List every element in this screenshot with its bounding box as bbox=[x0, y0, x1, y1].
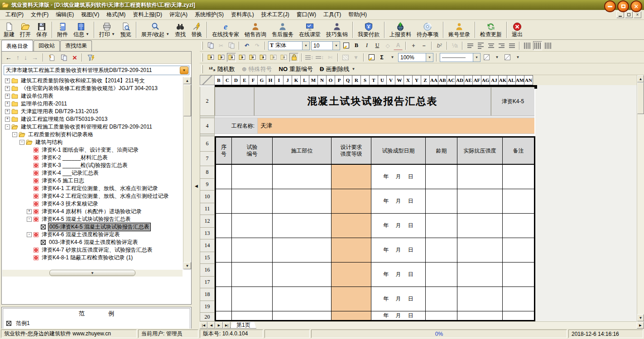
fraction-icon[interactable]: ⅟a bbox=[450, 41, 459, 50]
tree-item[interactable]: -建筑工程施工质量验收资料管理规程 DB/T29-209-2011 bbox=[2, 123, 184, 131]
align-justify-icon[interactable] bbox=[466, 41, 475, 50]
tree-item[interactable]: 津资K-5 施工日志 bbox=[2, 177, 184, 185]
mdi-close-button[interactable]: × bbox=[634, 11, 641, 18]
tree-item[interactable]: -津资K4-5 混凝土试块试验报告汇总表 bbox=[2, 215, 184, 223]
column-header-L[interactable]: L bbox=[301, 75, 309, 85]
table-header-cell[interactable]: 试验 编号 bbox=[232, 138, 273, 164]
title-left-cell[interactable] bbox=[215, 87, 254, 116]
line-spacing-decrease-icon[interactable]: ↕ bbox=[315, 53, 324, 62]
column-header-AD[interactable]: AD bbox=[456, 75, 464, 85]
toolbar-button-person-support[interactable]: 售后服务 bbox=[269, 21, 296, 39]
tree-item[interactable]: 津资K-1 图纸会审、设计变更、洽商记录 bbox=[2, 146, 184, 154]
line-style-dropdown-icon[interactable]: ▼ bbox=[473, 53, 480, 62]
font-name-select[interactable]: T 宋体 ▼ bbox=[268, 41, 310, 50]
column-header-M[interactable]: M bbox=[309, 75, 318, 85]
toolbar-button-binoculars[interactable]: 查找 bbox=[172, 21, 188, 39]
toolbar-button-exit-red-x[interactable]: 退出 bbox=[509, 21, 525, 39]
insert-image-icon[interactable] bbox=[341, 53, 350, 62]
table-data-cell[interactable] bbox=[457, 263, 503, 286]
sum-dropdown-icon[interactable]: ▼ bbox=[388, 53, 397, 62]
menu-item-11[interactable]: 窗口(W) bbox=[293, 10, 320, 20]
tree-item[interactable]: -津资K4-6 混凝土强度检验评定表 bbox=[2, 231, 184, 239]
expand-icon[interactable]: + bbox=[5, 78, 10, 83]
collapse-icon[interactable]: - bbox=[27, 217, 32, 222]
tree-item[interactable]: +监理单位用表-2011 bbox=[2, 100, 184, 108]
column-header-F[interactable]: F bbox=[249, 75, 258, 85]
toolbar-button-print-preview[interactable]: 预览 bbox=[118, 21, 134, 39]
row-header-8[interactable]: 8 bbox=[200, 166, 215, 179]
toolbar-button-printer[interactable]: 打印▼ bbox=[96, 21, 118, 39]
underline-icon[interactable]: U bbox=[373, 41, 382, 50]
table-data-cell[interactable] bbox=[232, 214, 273, 238]
merge-cell-icon[interactable] bbox=[248, 53, 257, 62]
table-data-cell[interactable] bbox=[273, 238, 332, 262]
tree-item[interactable]: 津资K-4 ___记录汇总表 bbox=[2, 169, 184, 177]
table-data-cell[interactable] bbox=[457, 214, 503, 238]
column-header-U[interactable]: U bbox=[378, 75, 387, 85]
scroll-up-icon[interactable]: ▲ bbox=[183, 77, 191, 84]
project-name-label[interactable]: 工程名称: bbox=[215, 118, 258, 134]
table-data-cell[interactable] bbox=[332, 287, 371, 311]
column-header-S[interactable]: S bbox=[361, 75, 370, 85]
column-header-AB[interactable]: AB bbox=[438, 75, 447, 85]
tab-回收站[interactable]: 回收站 bbox=[34, 40, 60, 52]
form-code-cell[interactable]: 津资K4-5 bbox=[491, 87, 534, 116]
table-data-cell[interactable] bbox=[503, 311, 534, 320]
italic-icon[interactable]: I bbox=[362, 41, 371, 50]
row-header-13[interactable]: 13 bbox=[200, 228, 215, 239]
nav-up-icon[interactable]: ↑ bbox=[16, 54, 19, 61]
zoom-dropdown-icon[interactable]: ▼ bbox=[426, 53, 433, 62]
table-header-cell[interactable]: 备注 bbox=[503, 138, 534, 164]
table-data-cell[interactable] bbox=[426, 287, 457, 311]
filter-icon[interactable] bbox=[87, 54, 95, 62]
copy-icon[interactable] bbox=[206, 41, 215, 50]
table-data-cell[interactable] bbox=[426, 311, 457, 320]
tree-item[interactable]: +津资K4-4 原材料（构配件）进场验收记录 bbox=[2, 208, 184, 215]
expand-icon[interactable]: + bbox=[5, 117, 10, 122]
panel-splitter[interactable]: ◀ bbox=[194, 40, 200, 329]
menu-item-6[interactable]: 资料上报(D) bbox=[129, 10, 166, 20]
dropdown-arrow-icon[interactable]: ▼ bbox=[351, 67, 355, 71]
toolbar-button-open-folder[interactable]: 打开 bbox=[17, 21, 34, 39]
menu-item-7[interactable]: 评定(A) bbox=[166, 10, 191, 20]
column-header-E[interactable]: E bbox=[240, 75, 249, 85]
column-header-K[interactable]: K bbox=[292, 75, 301, 85]
superscript-icon[interactable]: b² bbox=[435, 41, 444, 50]
table-data-cell[interactable] bbox=[332, 165, 371, 189]
row-header-14[interactable]: 14 bbox=[200, 239, 215, 252]
dropdown-arrow-icon[interactable]: ▼ bbox=[111, 31, 115, 38]
date-placeholder-cell[interactable]: 年 月 日 bbox=[371, 311, 426, 320]
table-data-cell[interactable] bbox=[503, 287, 534, 311]
dropdown-arrow-icon[interactable]: ▼ bbox=[166, 31, 169, 38]
table-header-cell[interactable]: 施工部位 bbox=[273, 138, 332, 164]
row-header-2[interactable]: 2 bbox=[200, 87, 215, 116]
minimize-button[interactable] bbox=[604, 0, 616, 12]
table-data-cell[interactable] bbox=[232, 165, 273, 189]
fill-pattern-dropdown-icon[interactable]: ▼ bbox=[513, 53, 522, 62]
undo-icon[interactable]: ↶ bbox=[242, 41, 251, 50]
row-header-12[interactable]: 12 bbox=[200, 215, 215, 228]
copy-form-icon[interactable] bbox=[60, 54, 68, 62]
column-header-AE[interactable]: AE bbox=[464, 75, 473, 85]
tree-item[interactable]: +建筑工程质量阶段验收和竣工验收【2014】211号文 bbox=[2, 77, 184, 85]
column-header-AF[interactable]: AF bbox=[473, 75, 481, 85]
menu-item-2[interactable]: 文件(F) bbox=[27, 10, 52, 20]
expand-icon[interactable]: + bbox=[5, 101, 10, 106]
column-header-O[interactable]: O bbox=[327, 75, 335, 85]
table-data-cell[interactable] bbox=[273, 263, 332, 286]
font-size-dropdown-icon[interactable]: ▼ bbox=[332, 42, 340, 50]
column-header-T[interactable]: T bbox=[370, 75, 378, 85]
column-header-B[interactable]: B bbox=[215, 75, 223, 85]
column-header-Q[interactable]: Q bbox=[344, 75, 352, 85]
toolbar-button-upload-globe[interactable]: 上报资料 bbox=[387, 21, 414, 39]
format-button-随机数[interactable]: ¹²₃随机数 bbox=[206, 65, 238, 73]
toolbar-button-magnifier[interactable]: 展开/收起▼ bbox=[139, 21, 172, 39]
row-header-19[interactable]: 19 bbox=[200, 301, 215, 313]
table-header-cell[interactable]: 试验成型日期 bbox=[371, 138, 426, 164]
sheet-scroll-thumb[interactable] bbox=[637, 82, 644, 114]
standard-select[interactable]: 天津市建筑工程施工质量验收资料管理系统DB/T29-209-2011 ▼ bbox=[4, 66, 189, 75]
next-sheet-icon[interactable]: ▶ bbox=[215, 322, 223, 329]
align-right-icon[interactable] bbox=[497, 41, 506, 50]
date-placeholder-cell[interactable]: 年 月 日 bbox=[371, 263, 426, 286]
table-data-cell[interactable] bbox=[503, 214, 534, 238]
